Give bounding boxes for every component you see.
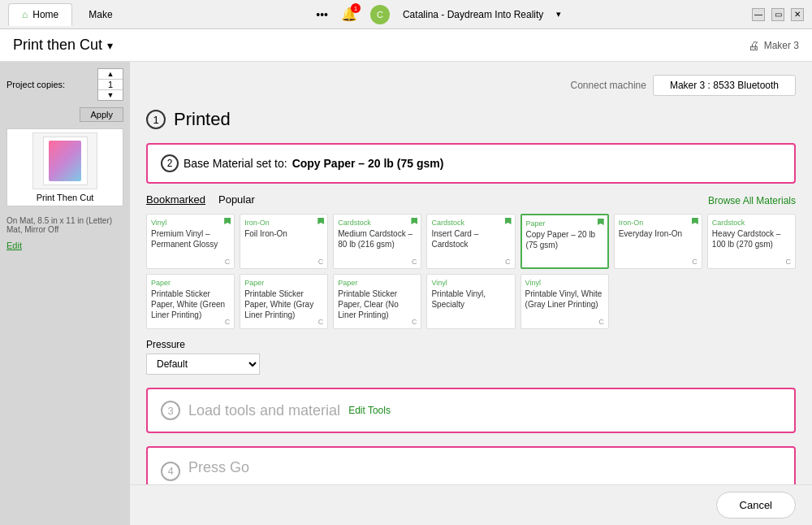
copies-down-button[interactable]: ▼ [98, 90, 123, 100]
material-name: Foil Iron-On [244, 228, 323, 239]
material-card[interactable]: CardstockMedium Cardstock – 80 lb (216 g… [333, 214, 421, 269]
project-copies-row: Project copies: ▲ 1 ▼ [6, 68, 123, 101]
bottom-bar: Cancel [130, 484, 812, 525]
step3-number: 3 [161, 401, 180, 420]
step1-section: 1 Printed [146, 109, 796, 130]
material-name: Printable Vinyl, White (Gray Liner Print… [525, 289, 604, 310]
step3-title: Load tools and material [188, 402, 340, 419]
material-c-label: C [412, 318, 417, 326]
material-card[interactable]: Iron-OnFoil Iron-OnC [240, 214, 328, 269]
material-c-label: C [225, 258, 231, 266]
connect-bar: Connect machine Maker 3 : 8533 Bluetooth [146, 75, 796, 96]
material-category: Vinyl [525, 279, 604, 287]
material-c-label: C [786, 258, 792, 266]
material-tabs: Bookmarked Popular Browse All Materials [146, 193, 796, 207]
more-button[interactable]: ••• [316, 8, 328, 21]
tab-home-label: Home [32, 9, 58, 20]
restore-button[interactable]: ▭ [771, 8, 784, 21]
tab-make[interactable]: Make [76, 4, 125, 25]
material-card[interactable]: PaperPrintable Sticker Paper, White (Gra… [240, 274, 328, 329]
connect-machine-label: Connect machine [571, 80, 646, 91]
tab-home[interactable]: ⌂ Home [8, 3, 72, 26]
avatar[interactable]: C [370, 5, 390, 24]
home-icon: ⌂ [22, 9, 28, 20]
step4-title: Press Go [188, 459, 249, 476]
material-name: Premium Vinyl – Permanent Glossy [151, 228, 230, 249]
edit-link[interactable]: Edit [6, 241, 123, 250]
material-category: Paper [244, 279, 323, 287]
material-name: Printable Vinyl, Specialty [431, 289, 510, 310]
material-category: Cardstock [431, 219, 510, 227]
material-card[interactable]: VinylPrintable Vinyl, Specialty [426, 274, 515, 329]
mat-preview: Print Then Cut [6, 128, 123, 206]
step3-box: 3 Load tools and material Edit Tools [146, 388, 796, 433]
material-category: Vinyl [151, 219, 230, 227]
material-card[interactable]: PaperPrintable Sticker Paper, Clear (No … [333, 274, 421, 329]
minimize-button[interactable]: — [752, 8, 765, 21]
base-material-text: 2 Base Material set to: Copy Paper – 20 … [161, 154, 781, 172]
material-category: Paper [338, 279, 417, 287]
material-c-label: C [692, 258, 698, 266]
material-card[interactable]: CardstockHeavy Cardstock – 100 lb (270 g… [707, 214, 796, 269]
material-grid: VinylPremium Vinyl – Permanent GlossyCIr… [146, 214, 796, 329]
tab-popular[interactable]: Popular [218, 193, 255, 207]
material-name: Medium Cardstock – 80 lb (216 gsm) [338, 228, 417, 249]
material-name: Insert Card – Cardstock [431, 228, 510, 249]
cancel-button[interactable]: Cancel [716, 492, 796, 518]
tab-make-label: Make [89, 9, 112, 20]
mat-info: On Mat, 8.5 in x 11 in (Letter) Mat, Mir… [6, 216, 123, 234]
material-category: Vinyl [431, 279, 510, 287]
step1-header: 1 Printed [146, 109, 796, 130]
window-controls: — ▭ ✕ [752, 8, 804, 21]
copies-stepper[interactable]: ▲ 1 ▼ [97, 68, 123, 101]
project-copies-label: Project copies: [6, 80, 65, 89]
pressure-label: Pressure [146, 339, 796, 350]
close-button[interactable]: ✕ [791, 8, 804, 21]
material-card[interactable]: PaperPrintable Sticker Paper, White (Gre… [146, 274, 235, 329]
title-bar: ⌂ Home Make ••• 🔔 1 C Catalina - Daydrea… [0, 0, 812, 29]
toolbar-left: Print then Cut ▾ [13, 37, 113, 54]
material-c-label: C [318, 318, 324, 326]
material-card[interactable]: Iron-OnEveryday Iron-OnC [614, 214, 702, 269]
material-category: Cardstock [712, 219, 791, 227]
user-chevron[interactable]: ▾ [556, 9, 561, 20]
step3-edit-link[interactable]: Edit Tools [348, 405, 391, 416]
material-c-label: C [318, 258, 324, 266]
material-card[interactable]: VinylPremium Vinyl – Permanent GlossyC [146, 214, 235, 269]
workflow-chevron[interactable]: ▾ [107, 39, 113, 52]
material-card[interactable]: PaperCopy Paper – 20 lb (75 gsm) [520, 214, 609, 269]
main-layout: Project copies: ▲ 1 ▼ Apply Print Then C… [0, 62, 812, 525]
content-area: Connect machine Maker 3 : 8533 Bluetooth… [130, 62, 812, 525]
material-category: Iron-On [244, 219, 323, 227]
mat-label: Print Then Cut [37, 193, 94, 202]
material-name: Printable Sticker Paper, White (Green Li… [151, 289, 230, 320]
material-tabs-left: Bookmarked Popular [146, 193, 255, 207]
material-category: Paper [526, 219, 603, 228]
user-name[interactable]: Catalina - Daydream Into Reality [403, 9, 543, 20]
base-material-label: Base Material set to: [184, 157, 287, 170]
notification-badge: 1 [351, 3, 361, 13]
base-material-value: Copy Paper – 20 lb (75 gsm) [292, 157, 444, 170]
material-name: Heavy Cardstock – 100 lb (270 gsm) [712, 228, 791, 249]
base-material-box: 2 Base Material set to: Copy Paper – 20 … [146, 143, 796, 184]
notification-icon[interactable]: 🔔 1 [341, 7, 357, 22]
pressure-section: Pressure Default [146, 339, 796, 375]
printer-icon: 🖨 [748, 39, 759, 52]
material-name: Copy Paper – 20 lb (75 gsm) [526, 229, 603, 250]
material-name: Everyday Iron-On [619, 228, 698, 239]
step4-number: 4 [161, 462, 180, 481]
material-card[interactable]: VinylPrintable Vinyl, White (Gray Liner … [520, 274, 609, 329]
material-c-label: C [505, 258, 511, 266]
pressure-select[interactable]: Default [146, 354, 260, 375]
tab-bookmarked[interactable]: Bookmarked [146, 193, 205, 207]
title-bar-left: ⌂ Home Make [8, 3, 126, 26]
material-category: Iron-On [619, 219, 698, 227]
connect-machine-button[interactable]: Maker 3 : 8533 Bluetooth [653, 75, 796, 96]
material-c-label: C [412, 258, 417, 266]
copies-up-button[interactable]: ▲ [98, 69, 123, 79]
apply-button[interactable]: Apply [80, 107, 123, 122]
browse-all-link[interactable]: Browse All Materials [708, 195, 796, 206]
toolbar-right: 🖨 Maker 3 [748, 39, 799, 52]
copies-value: 1 [98, 79, 123, 90]
material-card[interactable]: CardstockInsert Card – CardstockC [426, 214, 515, 269]
